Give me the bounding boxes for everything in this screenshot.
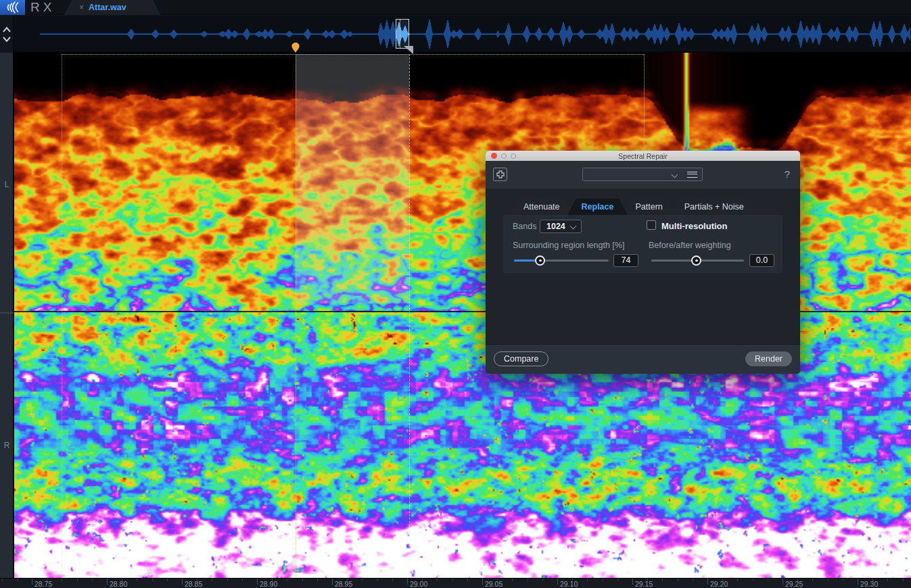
time-tick-label: 29.25 (785, 580, 803, 588)
time-tick-minor (693, 579, 693, 581)
time-tick-minor (753, 579, 753, 581)
time-tick-minor (47, 579, 47, 581)
time-tick-minor (17, 579, 18, 581)
surrounding-region-right-edge[interactable] (644, 54, 645, 151)
chevron-down-icon (672, 172, 678, 178)
plus-icon (496, 170, 505, 178)
tab-replace[interactable]: Replace (568, 199, 628, 215)
time-tick-minor (572, 579, 573, 581)
time-tick-minor (377, 579, 378, 581)
compare-button[interactable]: Compare (494, 351, 548, 366)
bands-dropdown[interactable]: 1024 (540, 220, 582, 233)
time-tick-minor (137, 579, 137, 581)
time-tick-minor (422, 579, 423, 581)
slider-handle[interactable] (691, 255, 701, 266)
tab-close-icon[interactable]: × (79, 3, 84, 11)
time-tick-minor (92, 579, 93, 581)
help-button[interactable]: ? (785, 168, 790, 180)
time-tick-minor (362, 579, 363, 581)
selection-highlight-region[interactable] (296, 54, 409, 303)
rx-product-logo: RX (30, 0, 55, 15)
add-preset-button[interactable] (493, 168, 507, 181)
surrounding-region-left-edge[interactable] (62, 54, 62, 577)
selection-resize-handle[interactable] (404, 46, 413, 54)
weighting-value[interactable]: 0.0 (749, 254, 774, 267)
time-tick-minor (437, 579, 438, 581)
dialog-footer: Compare Render (486, 344, 800, 374)
waveform-overview[interactable] (0, 16, 911, 53)
selection-right-edge[interactable] (409, 54, 410, 577)
time-tick-label: 29.10 (560, 580, 578, 588)
multi-resolution-checkbox[interactable] (647, 220, 656, 230)
time-tick-major (782, 579, 783, 585)
time-tick-minor (152, 579, 153, 581)
spectrogram-playhead[interactable] (296, 54, 296, 577)
file-tab-attar[interactable]: × Attar.wav (64, 0, 160, 15)
time-tick-minor (872, 579, 873, 581)
weighting-label: Before/after weighting (649, 241, 731, 250)
chevron-down-icon (570, 223, 577, 230)
time-tick-label: 28.95 (335, 580, 352, 588)
overview-view-region[interactable] (396, 19, 409, 49)
time-tick-minor (2, 579, 3, 581)
surrounding-region-slider[interactable] (514, 260, 609, 262)
time-tick-label: 28.90 (260, 580, 277, 588)
time-tick-minor (647, 579, 648, 581)
rx-app-window: RX × Attar.wav L R (0, 0, 911, 588)
time-tick-minor (903, 579, 904, 581)
preset-dropdown[interactable] (582, 168, 682, 181)
izotope-logo[interactable] (0, 0, 25, 15)
vertical-zoom-control[interactable] (0, 16, 14, 53)
time-tick-minor (392, 579, 393, 581)
time-tick-minor (737, 579, 738, 581)
time-tick-minor (603, 579, 603, 581)
time-tick-minor (722, 579, 723, 581)
surrounding-region-top-edge[interactable] (62, 54, 644, 55)
tab-partials-noise[interactable]: Partials + Noise (671, 199, 757, 215)
bands-label: Bands (513, 222, 536, 231)
tab-attenuate[interactable]: Attenuate (510, 199, 574, 215)
time-tick-minor (497, 579, 498, 581)
repair-mode-tabs: Attenuate Replace Pattern Partials + Noi… (510, 199, 752, 215)
channel-label-right: R (0, 441, 14, 450)
time-tick-minor (542, 579, 543, 581)
time-tick-major (182, 579, 183, 585)
spectral-repair-dialog[interactable]: Spectral Repair ? Atten (486, 151, 800, 374)
time-tick-minor (272, 579, 273, 581)
time-tick-minor (167, 579, 168, 581)
time-tick-minor (62, 579, 62, 581)
time-tick-major (858, 579, 858, 585)
multi-resolution-label: Multi-resolution (661, 221, 728, 231)
dialog-titlebar[interactable]: Spectral Repair (486, 151, 800, 161)
time-tick-label: 28.75 (34, 580, 52, 588)
surrounding-region-value[interactable]: 74 (613, 254, 638, 267)
time-tick-major (107, 579, 108, 585)
slider-handle[interactable] (535, 255, 545, 266)
tab-pattern[interactable]: Pattern (622, 199, 676, 215)
tab-bar: RX × Attar.wav (0, 0, 911, 15)
dialog-body: Attenuate Replace Pattern Partials + Noi… (486, 189, 800, 344)
time-tick-minor (347, 579, 348, 581)
spectrogram-area[interactable]: L R Spectral Repair (0, 53, 911, 578)
time-tick-minor (122, 579, 122, 581)
time-tick-minor (678, 579, 678, 581)
weighting-slider[interactable] (651, 260, 744, 262)
time-tick-minor (242, 579, 243, 581)
preset-menu-button[interactable] (682, 168, 703, 181)
time-tick-minor (587, 579, 588, 581)
playhead-pin-icon[interactable] (291, 43, 300, 56)
time-tick-minor (77, 579, 78, 581)
time-tick-label: 28.80 (110, 580, 127, 588)
channel-divider-strip (0, 312, 14, 314)
render-button[interactable]: Render (745, 351, 792, 366)
bands-value: 1024 (546, 222, 565, 231)
time-tick-minor (662, 579, 663, 581)
time-tick-major (632, 579, 633, 585)
time-ruler[interactable]: 28.7528.8028.8528.9028.9529.0029.0529.10… (0, 578, 911, 588)
time-tick-minor (843, 579, 843, 581)
overview-waveform-canvas[interactable] (14, 16, 911, 53)
time-tick-label: 29.20 (710, 580, 728, 588)
dialog-toolbar: ? (486, 161, 800, 189)
time-tick-label: 29.00 (410, 580, 427, 588)
time-tick-label: 29.05 (485, 580, 503, 588)
